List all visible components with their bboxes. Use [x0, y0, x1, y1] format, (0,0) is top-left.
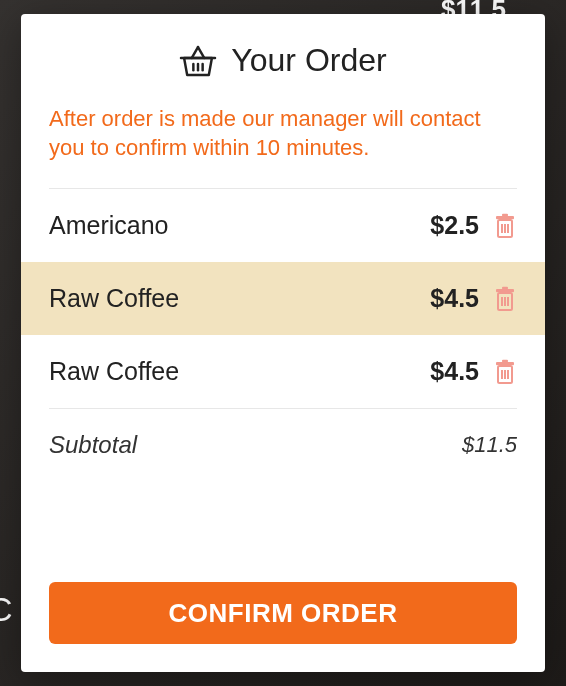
confirm-order-button[interactable]: CONFIRM ORDER — [49, 582, 517, 644]
subtotal-label: Subtotal — [49, 431, 462, 459]
order-item: Raw Coffee$4.5 — [21, 262, 545, 335]
svg-rect-5 — [502, 213, 508, 216]
modal-header: Your Order — [21, 42, 545, 79]
order-item-name: Raw Coffee — [49, 284, 416, 313]
svg-rect-4 — [496, 216, 514, 219]
order-item-price: $4.5 — [430, 357, 479, 386]
basket-icon — [179, 44, 217, 78]
subtotal-value: $11.5 — [462, 432, 517, 458]
order-modal: Your Order After order is made our manag… — [21, 14, 545, 672]
svg-rect-11 — [502, 286, 508, 289]
svg-rect-10 — [496, 289, 514, 292]
order-item-name: Raw Coffee — [49, 357, 416, 386]
order-item: Raw Coffee$4.5 — [21, 335, 545, 408]
svg-rect-17 — [502, 359, 508, 362]
order-items-list: Americano$2.5 Raw Coffee$4.5 Raw Coffee$… — [21, 189, 545, 408]
trash-icon[interactable] — [493, 286, 517, 312]
order-item-name: Americano — [49, 211, 416, 240]
background-letter: C — [0, 590, 13, 629]
modal-title: Your Order — [231, 42, 386, 79]
order-item: Americano$2.5 — [21, 189, 545, 262]
order-item-price: $2.5 — [430, 211, 479, 240]
order-item-price: $4.5 — [430, 284, 479, 313]
order-notice: After order is made our manager will con… — [21, 105, 545, 162]
trash-icon[interactable] — [493, 359, 517, 385]
subtotal-row: Subtotal $11.5 — [21, 409, 545, 459]
svg-rect-16 — [496, 362, 514, 365]
trash-icon[interactable] — [493, 213, 517, 239]
